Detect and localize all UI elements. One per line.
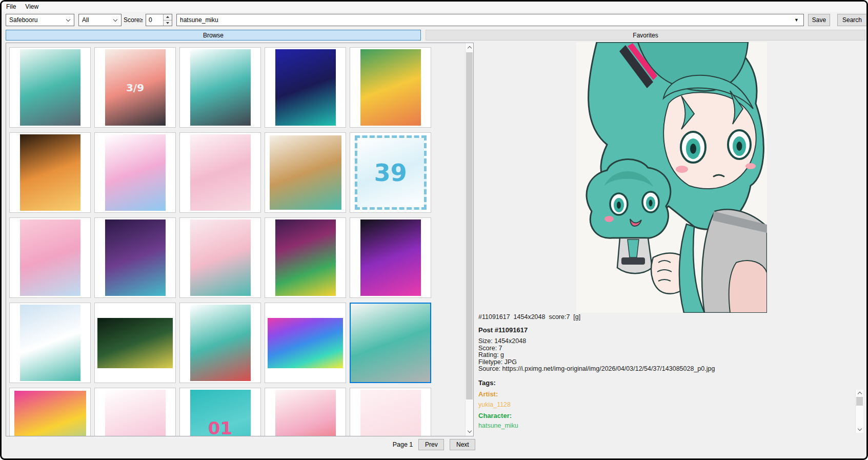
thumbnail[interactable] <box>9 388 91 436</box>
thumbnail-image <box>275 49 336 126</box>
pager: Page 1 Prev Next <box>2 439 866 450</box>
chevron-up-icon <box>467 46 471 50</box>
artist-tag-label: Artist: <box>478 390 498 398</box>
thumbnail-image: 39 <box>355 135 427 210</box>
thumbnail-image <box>105 134 166 211</box>
results-panel: 3/93901 <box>6 43 474 436</box>
thumbnail[interactable] <box>265 303 346 383</box>
scroll-up-button[interactable] <box>856 389 863 397</box>
next-button[interactable]: Next <box>450 439 475 450</box>
tab-browse[interactable]: Browse <box>6 30 421 41</box>
thumbnail[interactable] <box>350 388 431 436</box>
thumbnail-art-text: 01 <box>208 418 232 437</box>
prev-button[interactable]: Prev <box>418 439 444 450</box>
thumbnail-image <box>275 219 336 296</box>
menu-file[interactable]: File <box>2 2 21 12</box>
character-tag[interactable]: hatsune_miku <box>478 422 518 429</box>
thumbnail[interactable] <box>179 217 261 298</box>
tab-bar: Browse Favorites <box>2 30 866 41</box>
chevron-down-icon <box>113 17 117 22</box>
thumbnail[interactable] <box>94 388 176 436</box>
scrollbar-thumb[interactable] <box>856 397 863 406</box>
thumbnail[interactable] <box>265 217 346 298</box>
thumbnail-image: 01 <box>190 390 251 436</box>
scroll-down-button[interactable] <box>856 425 863 434</box>
info-filetype: Filetype: JPG <box>478 359 715 366</box>
thumbnail[interactable] <box>94 303 176 383</box>
thumbnail[interactable] <box>179 47 261 128</box>
thumbnail[interactable] <box>350 303 431 383</box>
rating-select[interactable]: All <box>78 14 122 26</box>
thumbnail[interactable] <box>350 217 431 298</box>
chevron-down-icon <box>857 427 861 431</box>
chevron-up-icon <box>857 392 861 396</box>
thumbnail[interactable]: 3/9 <box>94 47 176 128</box>
thumbnail-image <box>360 390 421 436</box>
thumbnail-image <box>20 305 80 381</box>
arrow-down-icon <box>166 22 169 24</box>
chevron-down-icon <box>66 17 70 22</box>
scroll-up-button[interactable] <box>466 43 473 52</box>
spinner-down-button[interactable] <box>164 21 172 26</box>
thumbnail-art-text: 3/9 <box>126 82 144 94</box>
thumbnail-grid: 3/93901 <box>9 47 460 436</box>
thumbnail-art-text: 39 <box>374 159 407 187</box>
thumbnail-image: 3/9 <box>105 49 166 126</box>
tags-scrollbar[interactable] <box>855 390 863 433</box>
thumbnail[interactable] <box>265 132 346 213</box>
thumbnail-image <box>190 49 251 126</box>
thumbnail[interactable] <box>94 217 176 298</box>
info-rating: Rating: g <box>478 352 715 359</box>
thumbnail[interactable] <box>265 47 346 128</box>
thumbnail[interactable] <box>9 303 91 383</box>
chevron-down-icon <box>467 429 471 433</box>
thumbnail[interactable] <box>9 217 91 298</box>
thumbnail-image <box>20 219 80 296</box>
search-button[interactable]: Search <box>837 14 867 26</box>
thumbnail-image <box>105 219 166 296</box>
thumbnail[interactable]: 39 <box>350 132 431 213</box>
thumbnail-image <box>351 304 430 382</box>
search-input-value: hatsune_miku <box>180 16 218 24</box>
site-select[interactable]: Safebooru <box>6 14 74 26</box>
thumbnail[interactable] <box>9 47 91 128</box>
thumbnail[interactable] <box>350 47 431 128</box>
page-label: Page 1 <box>393 441 413 448</box>
thumbnail-image <box>20 49 80 126</box>
tags-header: Tags: <box>478 379 496 387</box>
thumbnail-image <box>105 390 166 436</box>
thumbnail-image <box>190 134 251 211</box>
thumbnail[interactable]: 01 <box>179 388 261 436</box>
scrollbar-thumb[interactable] <box>466 52 473 399</box>
info-source: Source: https://i.pximg.net/img-original… <box>478 366 715 373</box>
arrow-up-icon <box>166 16 169 18</box>
thumbnail[interactable] <box>265 388 346 436</box>
tab-favorites[interactable]: Favorites <box>426 30 865 41</box>
thumbnail[interactable] <box>9 132 91 213</box>
search-input[interactable]: hatsune_miku ▼ <box>176 14 804 26</box>
grid-scrollbar[interactable] <box>465 43 473 436</box>
thumbnail[interactable] <box>94 132 176 213</box>
info-score: Score: 7 <box>478 345 715 352</box>
character-tag-label: Character: <box>478 412 512 419</box>
score-label: Score≥ <box>124 16 143 24</box>
save-button[interactable]: Save <box>808 14 830 26</box>
thumbnail[interactable] <box>179 132 261 213</box>
preview-caption: #11091617 1454x2048 score:7 [g] <box>478 313 580 321</box>
thumbnail-image <box>190 219 251 296</box>
score-spinner[interactable]: 0 <box>146 14 172 26</box>
thumbnail-image <box>268 318 343 368</box>
post-title: Post #11091617 <box>478 326 528 334</box>
menu-view[interactable]: View <box>21 2 43 12</box>
thumbnail[interactable] <box>179 303 261 383</box>
preview-image[interactable] <box>576 42 767 313</box>
info-size: Size: 1454x2048 <box>478 338 715 345</box>
toolbar: Safebooru All Score≥ 0 hatsune_miku ▼ Sa… <box>2 12 866 29</box>
artist-tag[interactable]: yukia_1128 <box>478 401 511 408</box>
dropdown-arrow-icon[interactable]: ▼ <box>794 17 799 23</box>
spinner-buttons <box>163 14 172 26</box>
spinner-up-button[interactable] <box>164 14 172 21</box>
scroll-down-button[interactable] <box>466 427 473 436</box>
score-value: 0 <box>146 16 163 24</box>
app-window: File View Safebooru All Score≥ 0 hatsune… <box>0 0 868 460</box>
